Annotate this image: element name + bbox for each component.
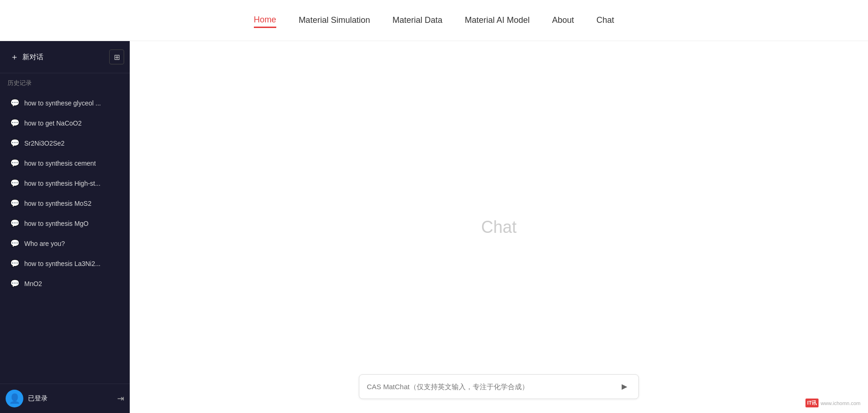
- chat-item-label: how to synthesis La3Ni2...: [24, 260, 100, 267]
- chat-input-container: ►: [359, 374, 639, 399]
- chat-bubble-icon: 💬: [10, 159, 20, 168]
- chat-item-label: how to synthesis MgO: [24, 220, 89, 227]
- chat-list-item[interactable]: 💬how to synthesis cement: [3, 153, 127, 173]
- send-button[interactable]: ►: [618, 381, 631, 392]
- chat-list-item[interactable]: 💬Sr2Ni3O2Se2: [3, 133, 127, 153]
- chat-bubble-icon: 💬: [10, 139, 20, 147]
- chat-item-label: how to get NaCoO2: [24, 119, 82, 127]
- send-icon: ►: [620, 381, 629, 392]
- chat-bubble-icon: 💬: [10, 179, 20, 188]
- squares-icon: ⊞: [114, 53, 120, 62]
- chat-list-item[interactable]: 💬Who are you?: [3, 233, 127, 253]
- sidebar-footer: 👤 已登录 ⇥: [0, 384, 130, 413]
- sidebar: ＋ 新对话 ⊞ 历史记录 💬how to synthese glyceol ..…: [0, 41, 130, 413]
- chat-bubble-icon: 💬: [10, 98, 20, 107]
- chat-item-label: Sr2Ni3O2Se2: [24, 140, 64, 147]
- nav-chat[interactable]: Chat: [596, 14, 614, 27]
- chat-bubble-icon: 💬: [10, 279, 20, 288]
- chat-item-label: how to synthese glyceol ...: [24, 99, 101, 107]
- chat-list-item[interactable]: 💬how to synthesis MoS2: [3, 193, 127, 213]
- chat-list-item[interactable]: 💬MnO2: [3, 273, 127, 294]
- nav-material-simulation[interactable]: Material Simulation: [299, 14, 370, 27]
- chat-area: Chat ►: [130, 41, 868, 413]
- chat-bubble-icon: 💬: [10, 119, 20, 127]
- chat-placeholder: Chat: [481, 217, 517, 237]
- user-info: 👤 已登录: [6, 390, 48, 407]
- chat-list-item[interactable]: 💬how to synthesis MgO: [3, 213, 127, 233]
- watermark-logo: IT讯: [805, 399, 819, 407]
- history-label: 历史记录: [0, 73, 130, 91]
- chat-bubble-icon: 💬: [10, 219, 20, 228]
- chat-item-label: how to synthesis cement: [24, 160, 96, 167]
- sidebar-toggle-button[interactable]: ⊞: [109, 49, 124, 64]
- nav-material-ai-model[interactable]: Material AI Model: [465, 14, 530, 27]
- chat-list-item[interactable]: 💬how to synthesis La3Ni2...: [3, 253, 127, 273]
- user-label: 已登录: [28, 394, 48, 403]
- main-layout: ＋ 新对话 ⊞ 历史记录 💬how to synthese glyceol ..…: [0, 41, 868, 413]
- plus-icon: ＋: [10, 51, 19, 63]
- logout-button[interactable]: ⇥: [117, 393, 124, 404]
- top-navigation: Home Material Simulation Material Data M…: [0, 0, 868, 41]
- chat-list-item[interactable]: 💬how to synthese glyceol ...: [3, 93, 127, 113]
- nav-about[interactable]: About: [552, 14, 574, 27]
- new-chat-label: 新对话: [22, 53, 43, 62]
- chat-input[interactable]: [367, 383, 618, 391]
- watermark: IT讯 www.ichomn.com: [805, 399, 861, 407]
- chat-input-area: ►: [359, 374, 639, 399]
- chat-bubble-icon: 💬: [10, 259, 20, 268]
- chat-bubble-icon: 💬: [10, 199, 20, 208]
- nav-home[interactable]: Home: [254, 13, 276, 28]
- chat-list-item[interactable]: 💬how to get NaCoO2: [3, 113, 127, 133]
- chat-list-item[interactable]: 💬how to synthesis High-st...: [3, 173, 127, 193]
- watermark-site: www.ichomn.com: [820, 400, 861, 406]
- chat-list: 💬how to synthese glyceol ...💬how to get …: [0, 91, 130, 384]
- avatar-icon: 👤: [9, 393, 21, 404]
- avatar: 👤: [6, 390, 23, 407]
- chat-item-label: how to synthesis High-st...: [24, 180, 100, 187]
- chat-item-label: MnO2: [24, 280, 42, 287]
- sidebar-header: ＋ 新对话 ⊞: [0, 41, 130, 73]
- logout-icon: ⇥: [117, 393, 124, 404]
- chat-item-label: how to synthesis MoS2: [24, 200, 91, 207]
- chat-item-label: Who are you?: [24, 240, 65, 247]
- nav-material-data[interactable]: Material Data: [392, 14, 442, 27]
- nav-items: Home Material Simulation Material Data M…: [254, 13, 614, 28]
- chat-bubble-icon: 💬: [10, 239, 20, 248]
- new-chat-button[interactable]: ＋ 新对话: [6, 49, 48, 65]
